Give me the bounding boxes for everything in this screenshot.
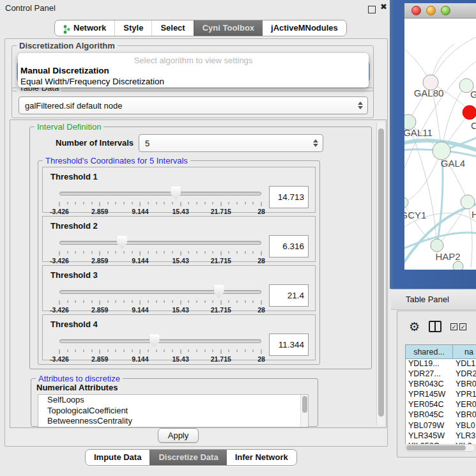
cell-shared-name[interactable]: YLR345W [406, 431, 453, 441]
table-row[interactable]: YLR345WYLR3 [406, 431, 476, 441]
table-row[interactable]: YER054CYER0 [406, 400, 476, 410]
slider-ticklabels: -3.4262.8599.14415.4321.71528 [59, 208, 261, 215]
cell-shared-name[interactable]: YER054C [406, 400, 453, 410]
cell-shared-name[interactable]: YBR043C [406, 380, 453, 390]
tab-label: Select [160, 20, 185, 36]
cell-shared-name[interactable]: YDL19... [406, 359, 453, 369]
node-table[interactable]: shared... na YDL19...YDL1YDR27...YDR2YBR… [405, 344, 476, 444]
float-window-icon[interactable] [368, 6, 376, 13]
cell-name[interactable]: YER0 [453, 400, 476, 410]
cell-shared-name[interactable]: YPR145W [406, 390, 453, 400]
tab-label: Style [123, 20, 143, 36]
attribute-item[interactable]: BetweennessCentrality [38, 416, 308, 427]
table-horizontal-scrollbar[interactable] [405, 444, 475, 452]
control-panel: Control Panel ✖ NetworkStyleSelectCyni T… [0, 0, 391, 476]
column-header-name[interactable]: na [453, 345, 476, 358]
threshold-value[interactable]: 6.316 [269, 235, 309, 257]
column-header-shared-name[interactable]: shared... [406, 345, 453, 358]
network-node-gal4[interactable] [433, 142, 450, 160]
close-icon[interactable]: ✖ [380, 2, 387, 12]
table-row[interactable]: YBR043CYBR0 [406, 380, 476, 390]
cell-name[interactable]: YBL0 [453, 421, 476, 431]
table-panel-title: Table Panel [391, 295, 449, 304]
cell-name[interactable]: YBR0 [453, 380, 476, 390]
numerical-attributes-list[interactable]: SelfLoopsTopologicalCoefficientBetweenne… [38, 394, 309, 427]
list-scrollbar-thumb[interactable] [302, 396, 307, 413]
slider-track[interactable] [59, 339, 261, 343]
minimize-traffic-light-icon[interactable] [426, 6, 436, 15]
cell-name[interactable]: YLR3 [453, 431, 476, 441]
apply-button[interactable]: Apply [158, 428, 199, 443]
threshold-slider[interactable]: -3.4262.8599.14415.4321.71528 [59, 236, 261, 260]
gear-icon[interactable]: ⚙ [409, 321, 420, 333]
network-node-h[interactable] [461, 195, 475, 209]
cell-shared-name[interactable]: YBR045C [406, 410, 453, 420]
threshold-panel: Threshold 3 -3.4262.8599.14415.4321.7152… [42, 265, 316, 311]
algorithm-dropdown-popup: Select algorithm to view settings Manual… [18, 53, 369, 88]
popup-option[interactable]: Equal Width/Frequency Discretization [18, 76, 369, 87]
network-node-c[interactable] [463, 105, 476, 119]
close-traffic-light-icon[interactable] [411, 6, 421, 15]
slider-ticks [59, 349, 261, 355]
numerical-attributes-label: Numerical Attributes [36, 383, 118, 392]
threshold-value[interactable]: 21.4 [269, 284, 309, 307]
popup-option[interactable]: Manual Discretization [18, 65, 369, 76]
interval-definition-title: Interval Definition [35, 122, 104, 132]
network-node-gcy1[interactable] [404, 197, 408, 208]
threshold-value[interactable]: 14.713 [269, 186, 309, 208]
threshold-slider[interactable]: -3.4262.8599.14415.4321.71528 [59, 334, 261, 358]
slider-thumb[interactable] [117, 236, 127, 249]
attribute-item[interactable]: TopologicalCoefficient [38, 406, 308, 417]
thresholds-group: Threshold's Coordinates for 5 Intervals … [38, 160, 320, 365]
slider-thumb[interactable] [150, 334, 160, 348]
tab-impute-data[interactable]: Impute Data [86, 450, 150, 465]
cell-name[interactable]: YBR0 [453, 410, 476, 420]
table-row[interactable]: YDL19...YDL1 [406, 359, 476, 369]
table-data-combo[interactable]: galFiltered.sif default node [19, 96, 368, 114]
threshold-slider[interactable]: -3.4262.8599.14415.4321.71528 [59, 285, 261, 309]
slider-thumb[interactable] [171, 187, 181, 200]
tab-discretize-data[interactable]: Discretize Data [150, 450, 226, 465]
table-row[interactable]: YBR045CYBR0 [406, 410, 476, 420]
cell-name[interactable]: YDL1 [453, 359, 476, 369]
attribute-item[interactable]: SelfLoops [38, 395, 308, 406]
slider-ticklabels: -3.4262.8599.14415.4321.71528 [59, 257, 261, 265]
tab-jactivemnodules[interactable]: jActiveMNodules [263, 20, 346, 36]
zoom-traffic-light-icon[interactable] [441, 6, 450, 15]
number-of-intervals-combo[interactable]: 5 [139, 134, 323, 152]
slider-track[interactable] [59, 241, 261, 245]
slider-ticks [59, 300, 261, 305]
cell-shared-name[interactable]: YDR27... [406, 369, 453, 380]
threshold-value[interactable]: 11.344 [269, 334, 309, 356]
checkbox-icon[interactable]: ✓ [459, 323, 466, 330]
tab-infer-network[interactable]: Infer Network [227, 450, 296, 465]
settings-scroll-panel: Interval Definition Number of Intervals … [10, 119, 387, 428]
panel-scrollbar[interactable] [376, 122, 385, 426]
cell-name[interactable]: YPR1 [453, 390, 476, 400]
network-node-hap2[interactable] [431, 239, 443, 252]
checkbox-icon[interactable]: ✓ [450, 323, 457, 330]
cell-name[interactable]: YDR2 [453, 369, 476, 380]
slider-ticks [59, 202, 261, 207]
network-node[interactable] [453, 261, 463, 270]
network-view[interactable]: GAL80G.CGAL11GAL4GCY1HHAP2 [404, 19, 476, 270]
table-header-row: shared... na [406, 345, 476, 359]
tab-style[interactable]: Style [114, 20, 151, 36]
slider-track[interactable] [59, 290, 261, 294]
cell-shared-name[interactable]: YBL079W [406, 421, 453, 431]
split-columns-icon[interactable] [429, 321, 441, 332]
top-tab-bar: NetworkStyleSelectCyni ToolboxjActiveMNo… [54, 20, 347, 36]
slider-track[interactable] [59, 192, 261, 196]
tab-network[interactable]: Network [55, 20, 114, 36]
table-row[interactable]: YBL079WYBL0 [406, 421, 476, 431]
tab-cyni-toolbox[interactable]: Cyni Toolbox [194, 20, 263, 36]
table-row[interactable]: YDR27...YDR2 [406, 369, 476, 380]
panel-scrollbar-thumb[interactable] [378, 128, 384, 417]
slider-thumb[interactable] [214, 285, 224, 298]
network-window-titlebar[interactable] [404, 3, 476, 19]
table-hscrollbar-thumb[interactable] [406, 445, 466, 450]
list-scrollbar[interactable] [300, 395, 308, 427]
threshold-slider[interactable]: -3.4262.8599.14415.4321.71528 [59, 187, 261, 211]
tab-select[interactable]: Select [151, 20, 193, 36]
table-row[interactable]: YPR145WYPR1 [406, 390, 476, 400]
